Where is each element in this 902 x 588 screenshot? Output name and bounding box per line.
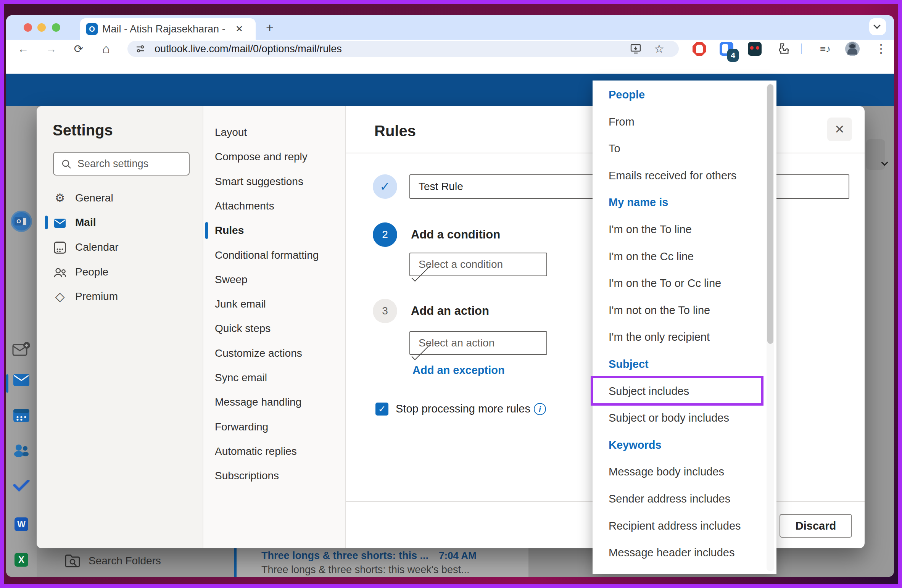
chevron-down-icon	[882, 159, 887, 166]
chevron-down-icon	[873, 22, 880, 29]
skull-extension-icon[interactable]	[748, 42, 762, 56]
mail-settings-nav-item[interactable]: Conditional formatting	[203, 243, 345, 267]
outlook-logo-icon[interactable]: O	[11, 211, 32, 232]
bookmark-star-icon[interactable]: ☆	[654, 41, 664, 57]
mail-icon	[54, 217, 66, 229]
home-button[interactable]: ⌂	[100, 40, 113, 58]
people-icon	[54, 267, 66, 279]
mail-settings-nav-item[interactable]: Sweep	[203, 267, 345, 292]
settings-nav-calendar[interactable]: Calendar	[37, 235, 203, 259]
condition-dropdown-item[interactable]: Recipient address includes	[593, 512, 764, 540]
selected-email-indicator	[234, 548, 237, 577]
condition-dropdown-item[interactable]: Message header includes	[593, 539, 764, 566]
condition-dropdown-item[interactable]: Subject or body includes	[593, 404, 764, 432]
mail-settings-nav-item[interactable]: Automatic replies	[203, 439, 345, 464]
search-folders-item[interactable]: Search Folders	[89, 553, 161, 569]
rail-excel-icon[interactable]: X	[14, 553, 28, 567]
settings-nav-premium[interactable]: ◇ Premium	[37, 284, 203, 309]
condition-dropdown-item[interactable]: Message body includes	[593, 458, 764, 485]
rail-word-icon[interactable]: W	[14, 517, 28, 531]
browser-menu-kebab-icon[interactable]: ⋮	[875, 40, 888, 58]
add-condition-label: Add a condition	[411, 222, 500, 247]
browser-window: O Mail - Atish Rajasekharan - Ou ✕ + ← →…	[6, 15, 894, 577]
step2-circle: 2	[373, 222, 397, 247]
install-app-icon[interactable]	[630, 44, 641, 54]
condition-dropdown-item[interactable]: I'm the only recipient	[593, 323, 764, 351]
selected-nav-indicator	[45, 216, 48, 229]
nav-label: Premium	[75, 284, 118, 309]
mail-settings-nav-item[interactable]: Compose and reply	[203, 145, 345, 169]
rail-selected-indicator	[6, 374, 8, 393]
condition-dropdown-item[interactable]: I'm on the To line	[593, 216, 764, 243]
mail-settings-nav-item[interactable]: Rules	[203, 218, 345, 243]
rail-todo-icon[interactable]	[13, 480, 30, 491]
extensions-puzzle-icon[interactable]	[776, 42, 789, 56]
mail-settings-nav-item[interactable]: Junk email	[203, 292, 345, 316]
url-text[interactable]: outlook.live.com/mail/0/options/mail/rul…	[155, 41, 342, 57]
condition-dropdown-item[interactable]: My name is	[593, 188, 764, 216]
browser-toolbar: ← → ⟳ ⌂ outlook.live.com/mail/0/options/…	[6, 40, 894, 58]
action-select[interactable]: Select an action	[409, 331, 547, 355]
condition-dropdown-item[interactable]: I'm on the To or Cc line	[593, 269, 764, 297]
condition-dropdown-item[interactable]: Keywords	[593, 431, 764, 459]
settings-search-input[interactable]: Search settings	[53, 152, 190, 176]
condition-dropdown-item[interactable]: Subject	[593, 350, 764, 378]
site-settings-icon[interactable]	[136, 44, 145, 53]
address-bar[interactable]: outlook.live.com/mail/0/options/mail/rul…	[127, 41, 679, 57]
condition-dropdown-item[interactable]: People	[593, 81, 764, 108]
search-icon	[61, 159, 71, 169]
new-message-icon[interactable]	[12, 342, 31, 358]
forward-button[interactable]: →	[45, 40, 58, 58]
close-window-button[interactable]	[24, 23, 32, 32]
action-select-placeholder: Select an action	[419, 332, 494, 354]
condition-dropdown-item[interactable]: Emails received for others	[593, 162, 764, 189]
condition-dropdown-panel: PeopleFromToEmails received for othersMy…	[593, 81, 776, 574]
settings-search-placeholder: Search settings	[77, 153, 148, 175]
mail-settings-nav-item[interactable]: Subscriptions	[203, 464, 345, 488]
reload-button[interactable]: ⟳	[72, 40, 85, 58]
mail-settings-nav-item[interactable]: Layout	[203, 120, 345, 145]
condition-dropdown-item[interactable]: Sender address includes	[593, 485, 764, 512]
mail-settings-nav-item[interactable]: Customize actions	[203, 341, 345, 366]
mail-settings-nav-item[interactable]: Attachments	[203, 194, 345, 218]
email-subject: Three longs & three shorts: this ...	[261, 548, 428, 563]
mail-settings-nav-item[interactable]: Quick steps	[203, 316, 345, 341]
mail-settings-nav-item[interactable]: Sync email	[203, 366, 345, 390]
tab-search-button[interactable]	[869, 18, 886, 35]
mail-settings-nav-item[interactable]: Message handling	[203, 390, 345, 414]
tab-close-icon[interactable]: ✕	[233, 23, 245, 35]
back-button[interactable]: ←	[17, 40, 30, 58]
minimize-window-button[interactable]	[37, 23, 46, 32]
condition-select[interactable]: Select a condition	[409, 253, 547, 276]
tab-strip: O Mail - Atish Rajasekharan - Ou ✕ +	[6, 15, 894, 40]
email-list-item[interactable]: Three longs & three shorts: this ... 7:0…	[234, 548, 528, 577]
condition-dropdown-item[interactable]: I'm on the Cc line	[593, 243, 764, 270]
media-controls-icon[interactable]: ≡♪	[817, 40, 834, 58]
settings-nav-general[interactable]: ⚙ General	[37, 186, 203, 210]
condition-dropdown-item[interactable]: To	[593, 135, 764, 162]
stop-processing-checkbox[interactable]: ✓	[375, 403, 388, 416]
condition-dropdown-item[interactable]: From	[593, 108, 764, 135]
gear-icon: ⚙	[54, 192, 66, 204]
new-tab-button[interactable]: +	[263, 21, 277, 34]
maximize-window-button[interactable]	[52, 23, 60, 32]
profile-avatar[interactable]	[845, 42, 860, 56]
adblock-extension-icon[interactable]	[693, 42, 706, 56]
rail-people-icon[interactable]	[13, 444, 30, 458]
annotation-highlight-box	[591, 376, 763, 406]
mail-settings-nav-item[interactable]: Forwarding	[203, 415, 345, 439]
discard-button[interactable]: Discard	[780, 514, 852, 538]
dropdown-scrollbar-thumb[interactable]	[767, 84, 773, 344]
info-icon[interactable]: i	[534, 403, 546, 415]
close-dialog-button[interactable]: ✕	[827, 118, 852, 141]
condition-select-placeholder: Select a condition	[419, 253, 503, 275]
browser-tab[interactable]: O Mail - Atish Rajasekharan - Ou ✕	[80, 18, 256, 40]
condition-dropdown-item[interactable]: I'm not on the To line	[593, 296, 764, 324]
mail-settings-nav-item[interactable]: Smart suggestions	[203, 169, 345, 194]
settings-nav-mail[interactable]: Mail	[37, 210, 203, 235]
rail-mail-icon[interactable]	[13, 374, 30, 387]
premium-diamond-icon: ◇	[54, 290, 66, 303]
add-exception-link[interactable]: Add an exception	[412, 359, 505, 381]
settings-nav-people[interactable]: People	[37, 260, 203, 284]
rail-calendar-icon[interactable]	[13, 408, 30, 422]
